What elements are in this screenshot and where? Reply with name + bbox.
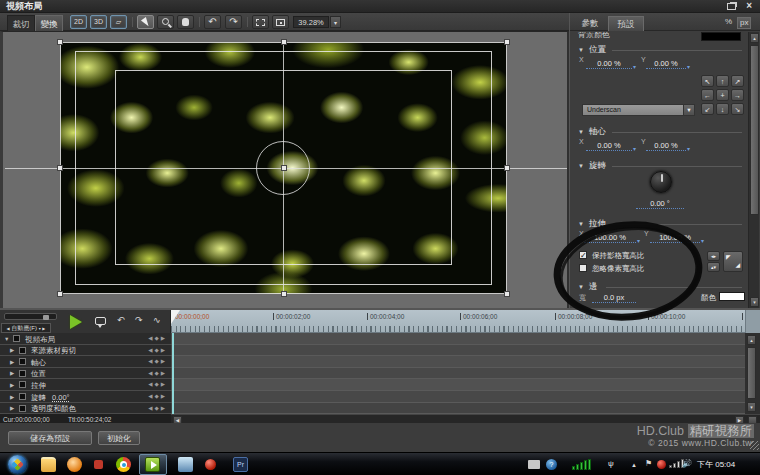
play-button[interactable] bbox=[70, 315, 82, 329]
track-row[interactable]: ▶ 位置 ◀◆▶ bbox=[0, 368, 171, 380]
unit-px-button[interactable]: px bbox=[737, 17, 751, 29]
chrome-icon[interactable] bbox=[116, 457, 131, 472]
keyframe-nav[interactable]: ◀◆▶ bbox=[148, 358, 167, 364]
spinner-icon[interactable]: ▾ bbox=[687, 63, 690, 70]
section-collapse-icon[interactable]: ▼ bbox=[578, 221, 584, 227]
keyframe-lanes[interactable] bbox=[171, 333, 745, 414]
ignore-pixel-aspect-checkbox[interactable] bbox=[579, 264, 587, 272]
3d-mode-button[interactable]: 3D bbox=[90, 15, 107, 29]
handle-bottom-center[interactable] bbox=[281, 291, 287, 297]
keyframe-nav[interactable]: ◀◆▶ bbox=[148, 405, 167, 411]
tray-meter-icon[interactable] bbox=[572, 459, 591, 470]
zoom-tool-button[interactable] bbox=[157, 15, 174, 29]
playhead-line[interactable] bbox=[172, 333, 174, 414]
initialize-button[interactable]: 初始化 bbox=[98, 431, 140, 445]
pivot-y-value[interactable]: 0.00 % bbox=[646, 141, 686, 151]
stretch-expand-button[interactable]: ◤ ◢ bbox=[723, 251, 743, 272]
nudge-down-button[interactable]: ↓ bbox=[716, 103, 729, 115]
tray-flag-icon[interactable]: ⚑ bbox=[645, 459, 654, 469]
start-button-icon[interactable] bbox=[8, 455, 27, 474]
track-checkbox[interactable] bbox=[19, 393, 26, 400]
spinner-icon[interactable]: ▾ bbox=[701, 237, 704, 244]
window-close-icon[interactable]: × bbox=[746, 0, 752, 12]
spinner-icon[interactable]: ▾ bbox=[687, 145, 690, 152]
redo-button[interactable]: ↷ bbox=[225, 15, 242, 29]
nudge-down-right-button[interactable]: ↘ bbox=[731, 103, 744, 115]
panel-scrollbar[interactable]: ▴ ▾ bbox=[748, 32, 759, 308]
position-preset-dropdown[interactable]: Underscan ▼ bbox=[582, 104, 695, 116]
nudge-up-button[interactable]: ↑ bbox=[716, 75, 729, 87]
expand-icon[interactable]: ▶ bbox=[10, 359, 14, 365]
scroll-down-icon[interactable]: ▾ bbox=[750, 297, 759, 307]
scroll-up-icon[interactable]: ▴ bbox=[750, 33, 759, 43]
taskbar-clock[interactable]: 下午 05:04 bbox=[697, 459, 735, 470]
tab-transform[interactable]: 變換 bbox=[35, 15, 63, 31]
tab-parameters[interactable]: 參數 bbox=[574, 16, 606, 31]
rotation-value[interactable]: 0.00 ° bbox=[636, 199, 684, 209]
handle-center[interactable] bbox=[281, 165, 287, 171]
timeline-vscrollbar[interactable]: ▴ ▾ bbox=[745, 333, 760, 414]
timeline-ruler[interactable]: 00:00:00;00 00:00:02;00 00:00:04;00 00:0… bbox=[171, 310, 745, 333]
save-preset-button[interactable]: 儲存為預設 bbox=[8, 431, 92, 445]
stretch-vertical-button[interactable]: ▴▾ bbox=[707, 262, 720, 272]
keyframe-nav[interactable]: ◀◆▶ bbox=[148, 370, 167, 376]
tab-presets[interactable]: 預設 bbox=[608, 16, 644, 31]
track-row[interactable]: ▶ 拉伸 ◀◆▶ bbox=[0, 379, 171, 391]
position-x-value[interactable]: 0.00 % bbox=[586, 59, 632, 69]
keep-aspect-checkbox[interactable]: ✓ bbox=[579, 251, 587, 259]
media-app-icon[interactable] bbox=[67, 457, 82, 472]
nudge-left-button[interactable]: ← bbox=[701, 89, 714, 101]
tray-help-icon[interactable]: ? bbox=[546, 459, 557, 470]
track-checkbox[interactable] bbox=[19, 358, 26, 365]
keyframe-nav[interactable]: ◀◆▶ bbox=[148, 393, 167, 399]
undo-button[interactable]: ↶ bbox=[117, 315, 125, 325]
track-checkbox[interactable] bbox=[19, 370, 26, 377]
track-checkbox[interactable] bbox=[19, 381, 26, 388]
track-checkbox[interactable] bbox=[19, 347, 26, 354]
handle-top-left[interactable] bbox=[57, 39, 63, 45]
nudge-center-button[interactable]: + bbox=[716, 89, 729, 101]
edge-color-swatch[interactable] bbox=[719, 292, 745, 301]
track-row[interactable]: ▶ 來源素材剪切 ◀◆▶ bbox=[0, 345, 171, 357]
spinner-icon[interactable]: ▾ bbox=[633, 145, 636, 152]
explorer-icon[interactable] bbox=[41, 457, 56, 472]
nudge-down-left-button[interactable]: ↙ bbox=[701, 103, 714, 115]
expand-icon[interactable]: ▶ bbox=[10, 394, 14, 400]
2d-mode-button[interactable]: 2D bbox=[70, 15, 87, 29]
section-collapse-icon[interactable]: ▼ bbox=[578, 284, 584, 290]
videostudio-active-icon[interactable] bbox=[145, 457, 160, 472]
pan-tool-button[interactable] bbox=[177, 15, 194, 29]
handle-mid-left[interactable] bbox=[57, 165, 63, 171]
nudge-up-right-button[interactable]: ↗ bbox=[731, 75, 744, 87]
auto-apply-dropdown[interactable]: ◀ 自動應(F) ▾ ▶ bbox=[1, 323, 51, 333]
handle-bottom-right[interactable] bbox=[504, 291, 510, 297]
section-collapse-icon[interactable]: ▼ bbox=[578, 47, 584, 53]
expand-icon[interactable]: ▶ bbox=[10, 370, 14, 376]
spinner-icon[interactable]: ▾ bbox=[637, 237, 640, 244]
resize-grip-icon[interactable] bbox=[750, 441, 759, 450]
position-y-value[interactable]: 0.00 % bbox=[646, 59, 686, 69]
undo-button[interactable]: ↶ bbox=[204, 15, 221, 29]
rotation-knob[interactable] bbox=[650, 171, 672, 193]
slider-thumb[interactable] bbox=[43, 315, 49, 320]
scrollbar-thumb[interactable] bbox=[750, 45, 759, 215]
section-collapse-icon[interactable]: ▼ bbox=[578, 129, 584, 135]
tray-alert-icon[interactable] bbox=[657, 460, 666, 469]
nudge-right-button[interactable]: → bbox=[731, 89, 744, 101]
fullscreen-frame-button[interactable] bbox=[272, 15, 289, 29]
track-checkbox[interactable] bbox=[13, 335, 20, 342]
curve-editor-button[interactable]: ∿ bbox=[153, 315, 161, 325]
track-row[interactable]: ▶ 軸心 ◀◆▶ bbox=[0, 356, 171, 368]
stretch-y-value[interactable]: 100.00 % bbox=[650, 233, 700, 243]
stretch-x-value[interactable]: 100.00 % bbox=[584, 233, 636, 243]
track-row[interactable]: ▶ 透明度和顏色 ◀◆▶ bbox=[0, 403, 171, 415]
edge-width-value[interactable]: 0.0 px bbox=[592, 293, 636, 303]
handle-top-right[interactable] bbox=[504, 39, 510, 45]
expand-icon[interactable]: ▶ bbox=[10, 347, 14, 353]
media-player-icon[interactable] bbox=[178, 457, 193, 472]
expand-icon[interactable]: ▶ bbox=[10, 405, 14, 411]
timeline-zoom-slider[interactable] bbox=[4, 313, 57, 320]
fit-frame-button[interactable] bbox=[252, 15, 269, 29]
small-app-icon[interactable] bbox=[94, 460, 103, 469]
track-row[interactable]: ▼ 視頻布局 ◀◆▶ bbox=[0, 333, 171, 345]
